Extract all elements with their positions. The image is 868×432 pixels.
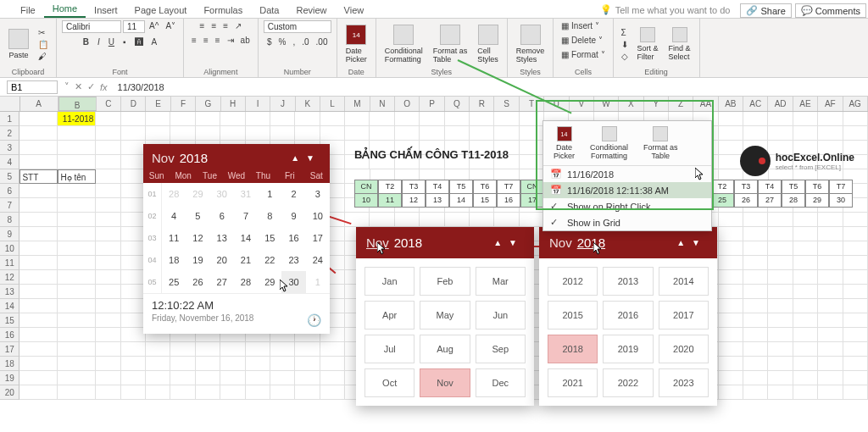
cell[interactable] xyxy=(743,342,768,357)
year-cell[interactable]: 2014 xyxy=(659,267,709,296)
calendar-day[interactable]: 4 xyxy=(162,205,186,227)
cell[interactable] xyxy=(768,126,793,141)
cell[interactable] xyxy=(768,313,793,328)
cell[interactable] xyxy=(843,328,868,342)
cell[interactable] xyxy=(818,241,843,256)
calendar-day[interactable]: 1 xyxy=(258,183,281,205)
cell[interactable] xyxy=(719,385,743,400)
format-painter[interactable]: 🖌 xyxy=(36,51,51,62)
cell[interactable] xyxy=(395,112,420,126)
sort-filter[interactable]: Sort & Filter xyxy=(634,25,662,63)
cell[interactable] xyxy=(768,227,793,241)
year-cell[interactable]: 2015 xyxy=(548,301,598,330)
month-cell[interactable]: Dec xyxy=(476,368,526,397)
calendar-day[interactable]: 29 xyxy=(186,183,209,205)
column-header[interactable]: V xyxy=(570,97,594,111)
cell[interactable] xyxy=(345,112,370,126)
cell[interactable] xyxy=(445,213,470,227)
dp-format-table[interactable]: Format as Table xyxy=(640,125,682,162)
column-header[interactable]: N xyxy=(370,97,395,111)
cell[interactable] xyxy=(843,371,868,385)
cell[interactable] xyxy=(793,371,818,385)
column-header[interactable]: AD xyxy=(768,97,793,111)
calendar-day[interactable]: 31 xyxy=(234,183,258,205)
cell[interactable] xyxy=(768,342,793,357)
cell[interactable] xyxy=(818,270,843,285)
cal-next[interactable]: ▼ xyxy=(306,153,321,163)
calendar-day[interactable]: 10 xyxy=(306,205,330,227)
cell[interactable] xyxy=(520,155,544,169)
cell[interactable] xyxy=(196,371,220,385)
column-header[interactable]: W xyxy=(594,97,619,111)
cell[interactable] xyxy=(170,112,195,126)
cell[interactable] xyxy=(768,385,793,400)
cell[interactable] xyxy=(445,126,470,141)
cell[interactable] xyxy=(58,198,96,213)
cell[interactable] xyxy=(743,126,768,141)
cell[interactable] xyxy=(121,141,146,155)
row-header[interactable]: 2 xyxy=(0,126,19,141)
cell[interactable] xyxy=(121,285,146,299)
cell[interactable] xyxy=(345,213,370,227)
cell[interactable] xyxy=(96,385,120,400)
cell[interactable] xyxy=(320,342,345,357)
cell[interactable] xyxy=(843,256,868,270)
cell[interactable] xyxy=(320,112,345,126)
cell[interactable] xyxy=(220,126,245,141)
cell[interactable] xyxy=(445,112,470,126)
cell[interactable] xyxy=(520,213,544,227)
clock-icon[interactable]: 🕐 xyxy=(307,313,321,327)
column-header[interactable]: AA xyxy=(693,97,718,111)
cell[interactable] xyxy=(270,371,295,385)
column-header[interactable]: X xyxy=(619,97,643,111)
year-cell[interactable]: 2022 xyxy=(603,368,653,397)
dp-insert-datetime[interactable]: 📅11/16/2018 12:11:38 AM xyxy=(543,182,711,198)
cell[interactable] xyxy=(768,213,793,227)
font-name[interactable]: Calibri xyxy=(62,20,121,33)
row-header[interactable]: 17 xyxy=(0,342,19,357)
cell[interactable] xyxy=(19,342,58,357)
cell[interactable] xyxy=(121,155,146,169)
cell[interactable] xyxy=(170,357,195,371)
calendar-day[interactable]: 15 xyxy=(258,227,281,249)
cell[interactable] xyxy=(768,270,793,285)
cell[interactable] xyxy=(295,371,320,385)
cell[interactable] xyxy=(58,385,96,400)
name-box[interactable] xyxy=(7,80,58,94)
cell[interactable] xyxy=(818,342,843,357)
cell[interactable] xyxy=(96,342,120,357)
cell[interactable] xyxy=(19,270,58,285)
cell[interactable] xyxy=(58,241,96,256)
copy-button[interactable]: 📋 xyxy=(36,39,51,50)
cell[interactable] xyxy=(370,126,394,141)
cell[interactable] xyxy=(818,227,843,241)
row-header[interactable]: 16 xyxy=(0,328,19,342)
cell[interactable] xyxy=(270,126,295,141)
cell[interactable] xyxy=(793,213,818,227)
cell[interactable] xyxy=(146,112,170,126)
cell[interactable] xyxy=(270,112,295,126)
cell[interactable] xyxy=(793,241,818,256)
cell[interactable] xyxy=(121,112,146,126)
column-header[interactable]: A xyxy=(20,97,58,111)
cell[interactable] xyxy=(743,371,768,385)
cell[interactable] xyxy=(58,184,96,198)
cell[interactable] xyxy=(196,385,220,400)
calendar-day[interactable]: 14 xyxy=(234,227,258,249)
cell[interactable] xyxy=(295,357,320,371)
cell[interactable] xyxy=(220,385,245,400)
column-header[interactable]: F xyxy=(171,97,196,111)
calendar-day[interactable]: 30 xyxy=(210,183,234,205)
cell[interactable] xyxy=(121,270,146,285)
calendar-day[interactable]: 18 xyxy=(162,249,186,271)
cell[interactable] xyxy=(719,270,743,285)
tab-review[interactable]: Review xyxy=(287,3,335,18)
cell[interactable] xyxy=(743,285,768,299)
cell[interactable] xyxy=(58,227,96,241)
column-header[interactable]: M xyxy=(345,97,370,111)
cell[interactable] xyxy=(96,241,120,256)
formula-input[interactable]: 11/30/2018 xyxy=(114,81,868,93)
cell[interactable] xyxy=(843,112,868,126)
cell[interactable] xyxy=(19,313,58,328)
cell[interactable] xyxy=(520,126,544,141)
